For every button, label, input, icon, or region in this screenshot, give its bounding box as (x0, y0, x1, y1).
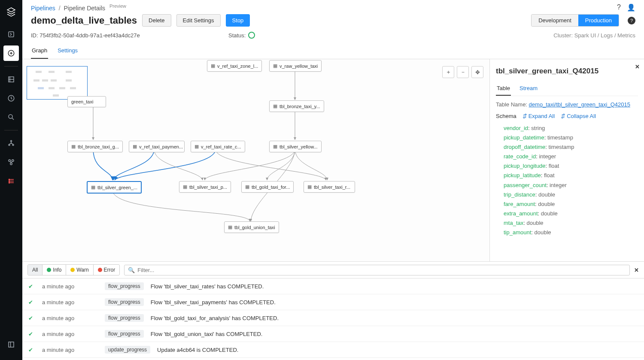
table-name-link[interactable]: demo_taxi/tbl_silver_green_taxi_Q42015 (529, 101, 630, 108)
stop-button[interactable]: Stop (226, 14, 250, 27)
log-filter-input[interactable] (137, 267, 626, 273)
filter-all[interactable]: All (28, 265, 43, 275)
zoom-in-button[interactable]: ＋ (442, 66, 454, 78)
graph-node[interactable]: ▦tbl_silver_taxi_r... (304, 181, 355, 193)
delete-button[interactable]: Delete (142, 14, 171, 27)
schema-field-row: passenger_count: integer (504, 181, 638, 190)
collapse-icon: ⇵ (561, 113, 565, 119)
success-icon: ✔ (28, 331, 35, 337)
help-icon[interactable]: ? (617, 3, 621, 12)
log-tag: flow_progress (105, 282, 144, 290)
log-time: a minute ago (42, 331, 98, 337)
graph-node[interactable]: green_taxi (67, 96, 106, 107)
graph-node[interactable]: ▦tbl_gold_union_taxi (224, 221, 279, 233)
log-row[interactable]: ✔a minute agoflow_progressFlow 'tbl_silv… (22, 294, 644, 310)
table-icon: ▦ (245, 184, 249, 190)
svg-point-4 (9, 115, 12, 118)
success-icon: ✔ (28, 315, 35, 321)
graph-node[interactable]: ▦tbl_bronze_taxi_g... (67, 141, 123, 152)
graph-node[interactable]: ▦tbl_bronze_taxi_y... (269, 100, 324, 112)
log-row[interactable]: ✔a minute agoupdate_progressUpdate a4cb6… (22, 342, 644, 358)
nav-compute-icon[interactable] (3, 136, 19, 151)
expand-all-button[interactable]: ⇵Expand All (522, 113, 555, 119)
breadcrumb-root[interactable]: Pipelines (31, 5, 55, 12)
nav-data-icon[interactable] (3, 72, 19, 87)
fit-button[interactable]: ✥ (471, 66, 483, 78)
log-close-icon[interactable]: ✕ (634, 267, 639, 273)
nav-workspace-icon[interactable] (3, 27, 19, 42)
graph-node[interactable]: ▦tbl_silver_taxi_p... (179, 181, 231, 193)
schema-field-type: double (535, 229, 551, 236)
breadcrumb: Pipelines / Pipeline Details Preview (31, 3, 617, 12)
graph-canvas[interactable]: ＋ － ✥ (22, 59, 489, 261)
log-search[interactable]: 🔍 (124, 265, 630, 275)
info-icon (47, 268, 51, 272)
graph-node[interactable]: ▦v_raw_yellow_taxi (269, 60, 322, 72)
schema-field-row: mta_tax: double (504, 218, 638, 228)
table-icon: ▦ (91, 185, 95, 190)
nav-create-icon[interactable] (3, 45, 19, 61)
log-time: a minute ago (42, 315, 98, 321)
tab-graph[interactable]: Graph (31, 43, 48, 59)
mode-help-icon[interactable]: ? (628, 17, 635, 24)
schema-field-type: double (541, 210, 558, 217)
tab-table[interactable]: Table (496, 82, 511, 96)
minimap[interactable] (27, 66, 88, 100)
zoom-out-button[interactable]: － (457, 66, 469, 78)
graph-node[interactable]: ▦v_ref_taxi_zone_l... (207, 60, 262, 72)
svg-rect-14 (9, 342, 14, 347)
filter-warn[interactable]: Warn (66, 265, 93, 275)
edit-settings-button[interactable]: Edit Settings (176, 14, 221, 27)
svg-point-7 (12, 144, 14, 145)
schema-field-name: fare_amount (504, 201, 535, 207)
log-row[interactable]: ✔a minute agoflow_progressFlow 'tbl_gold… (22, 310, 644, 326)
schema-field-type: integer (550, 182, 567, 188)
tab-settings[interactable]: Settings (57, 43, 79, 59)
log-tag: flow_progress (105, 298, 144, 306)
svg-rect-25 (70, 87, 76, 89)
schema-field-type: double (538, 201, 555, 207)
table-icon: ▦ (307, 184, 312, 190)
nav-search-icon[interactable] (3, 109, 19, 125)
schema-field-row: vendor_id: string (504, 124, 638, 133)
cluster-links[interactable]: Spark UI / Logs / Metrics (574, 32, 635, 39)
graph-node[interactable]: ▦v_ref_taxi_paymen... (129, 141, 185, 152)
filter-error[interactable]: Error (94, 265, 120, 275)
table-icon: ▦ (273, 103, 277, 109)
svg-point-13 (9, 182, 9, 183)
warn-icon (70, 268, 75, 272)
log-message: Flow 'tbl_silver_taxi_rates' has COMPLET… (151, 283, 638, 290)
tab-stream[interactable]: Stream (519, 82, 538, 96)
collapse-all-button[interactable]: ⇵Collapse All (561, 113, 596, 119)
nav-pipelines-icon[interactable] (3, 173, 19, 189)
nav-panel-icon[interactable] (3, 337, 19, 352)
schema-field-type: float (549, 163, 559, 169)
nav-workflows-icon[interactable] (3, 154, 19, 170)
table-icon: ▦ (183, 184, 187, 190)
cluster-label: Cluster: (553, 32, 573, 39)
schema-field-row: pickup_latitude: float (504, 171, 638, 180)
schema-field-name: vendor_id (504, 125, 528, 131)
details-panel: ✕ tbl_silver_green_taxi_Q42015 Table Str… (489, 59, 644, 261)
log-tag: flow_progress (105, 314, 144, 322)
production-toggle[interactable]: Production (578, 15, 619, 26)
graph-node[interactable]: ▦tbl_gold_taxi_for... (241, 181, 294, 193)
nav-recents-icon[interactable] (3, 91, 19, 106)
schema-field-name: pickup_latitude (504, 172, 541, 178)
schema-field-row: trip_distance: double (504, 190, 638, 200)
user-icon[interactable]: 👤 (627, 3, 635, 12)
log-row[interactable]: ✔a minute agoflow_progressFlow 'tbl_silv… (22, 278, 644, 294)
status-label: Status: (228, 32, 246, 39)
svg-rect-23 (49, 87, 55, 89)
table-name-label: Table Name: (496, 101, 527, 108)
close-icon[interactable]: ✕ (635, 64, 640, 70)
graph-node[interactable]: ▦v_ref_taxi_rate_c... (191, 141, 245, 152)
development-toggle[interactable]: Development (532, 15, 578, 26)
filter-info[interactable]: Info (43, 265, 66, 275)
schema-list: vendor_id: stringpickup_datetime: timest… (496, 124, 638, 237)
log-message: Flow 'tbl_gold_union_taxi' has COMPLETED… (151, 331, 638, 337)
graph-node-selected[interactable]: ▦tbl_silver_green_... (87, 181, 142, 194)
svg-rect-20 (51, 79, 57, 82)
graph-node[interactable]: ▦tbl_silver_yellow... (269, 141, 322, 152)
log-row[interactable]: ✔a minute agoflow_progressFlow 'tbl_gold… (22, 326, 644, 342)
